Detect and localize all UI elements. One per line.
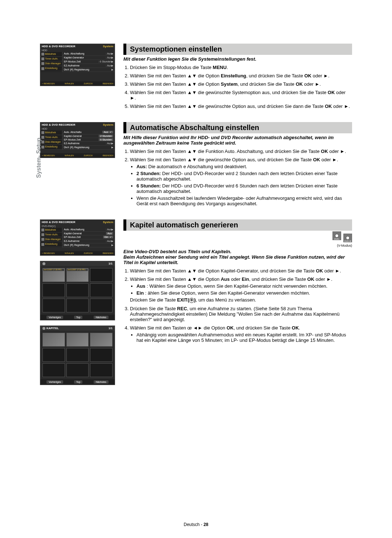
bullet: Abhängig vom ausgewählten Aufnahmemodus … [136, 332, 352, 343]
osd-sub: HDD [40, 49, 115, 52]
dvd-rw-icon: DVD-RW [332, 231, 341, 240]
side-tab: System- Setup [36, 138, 42, 178]
bullet: Aus: Die automatisch e Abschaltung wird … [136, 164, 352, 169]
disc-icon [41, 238, 44, 241]
section-kapitel: HDD & DVD RECORDERSystem DVD-RW(V) Bibli… [40, 219, 352, 390]
disc-icon [41, 62, 44, 65]
step: Wählen Sie mit den Tasten ▲▼ die Option … [130, 276, 352, 303]
step: Wählen Sie mit den Tasten ▲▼ die Funktio… [130, 149, 352, 154]
manual-page: System- Setup HDD & DVD RECORDERSystem H… [0, 0, 392, 538]
bullet: Aus : Wählen Sie diese Option, wenn Sie … [136, 283, 352, 289]
section-title: Kapitel automatisch generieren [123, 219, 352, 231]
bullet: Wenn die Ausschaltzeit bei laufendem Wie… [136, 195, 352, 206]
osd-nav: Bibliothek Timer-Aufn. Disk-Manager Eins… [40, 52, 62, 72]
section-intro: Mit Hilfe dieser Funktion wird Ihr HDD- … [123, 135, 352, 146]
timer-icon [41, 57, 44, 60]
step: Drücken Sie die Taste REC, um eine Aufna… [130, 306, 352, 322]
bullet: Ein : ählen Sie diese Option, wenn Sie d… [136, 290, 352, 296]
step: Wählen Sie mit den Tasten ▲▼ die Option … [130, 73, 352, 78]
thumb-panel-2: KAPITEL1/1 Vorheriges Top Nächstes [40, 325, 115, 385]
settings-icon [41, 67, 44, 70]
thumb-panel-1: 1/1 Jan/1/2007 17:30 PR1 Jan/1/2007 17:3… [40, 261, 115, 320]
section-title: Systemoptionen einstellen [123, 44, 352, 55]
disc-caption: (V-Modus) [123, 244, 352, 247]
section-auto-abschaltung: HDD & DVD RECORDERSystem HDD Bibliothek … [40, 122, 352, 209]
section-intro: Eine Video-DVD besteht aus Titeln und Ka… [123, 249, 352, 265]
dvd-r-icon: DVD-R [343, 234, 352, 242]
library-icon [41, 228, 44, 231]
steps-list: Wählen Sie mit den Tasten ▲▼ die Funktio… [123, 149, 352, 206]
step: Wählen Sie mit den Tasten ▲▼ die gewünsc… [130, 104, 352, 109]
disc-icons: DVD-RW DVD-R [123, 231, 352, 243]
timer-icon [41, 233, 44, 236]
section-intro: Mit dieser Funktion legen Sie die System… [123, 56, 352, 62]
disc-dot-icon [42, 327, 45, 330]
bullet: 6 Stunden: Der HDD- und DVD-Recorder wir… [136, 183, 352, 194]
steps-list: Drücken Sie im Stopp-Modus die Taste MEN… [123, 65, 352, 109]
step: Wählen Sie mit den Tasten ▲▼ die Option … [130, 81, 352, 87]
thumb-cell: Jan/1/2007 17:30 PR1 [42, 268, 65, 282]
thumb-cell [90, 268, 113, 282]
step: Drücken Sie im Stopp-Modus die Taste MEN… [130, 65, 352, 70]
bullet: 2 Stunden: Der HDD- und DVD-Recorder wir… [136, 171, 352, 182]
after-bullets: Drücken Sie die Taste EXIT(⦿), um das Me… [130, 297, 352, 303]
step: Wählen Sie mit den Tasten ▲▼ die gewünsc… [130, 90, 352, 101]
step: Wählen Sie mit den Tasten ▲▼ die gewünsc… [130, 157, 352, 206]
step: Wählen Sie mit den Tasten œ ◄► die Optio… [130, 325, 352, 343]
page-footer: Deutsch - 28 [0, 522, 392, 527]
steps-list: Wählen Sie mit den Tasten ▲▼ die Option … [123, 268, 352, 343]
step: Wählen Sie mit den Tasten ▲▼ die Option … [130, 268, 352, 274]
library-icon [41, 131, 44, 134]
disc-dot-icon [42, 262, 45, 265]
osd-title-right: System [103, 45, 113, 48]
settings-icon [41, 243, 44, 246]
osd-panel-2: HDD & DVD RECORDERSystem HDD Bibliothek … [40, 122, 115, 158]
section-systemoptionen: HDD & DVD RECORDERSystem HDD Bibliothek … [40, 44, 352, 112]
thumb-cell: Jan/1/2007 17:30 PR1 [66, 268, 89, 282]
osd-panel-1: HDD & DVD RECORDERSystem HDD Bibliothek … [40, 44, 115, 86]
section-title: Automatische Abschaltung einstellen [123, 122, 352, 133]
osd-title: HDD & DVD RECORDER [42, 45, 75, 48]
library-icon [41, 53, 44, 56]
osd-settings-list: Auto. Abschaltung: Aus▶ Kapitel-Generato… [62, 52, 115, 72]
osd-panel-3: HDD & DVD RECORDERSystem DVD-RW(V) Bibli… [40, 219, 115, 256]
